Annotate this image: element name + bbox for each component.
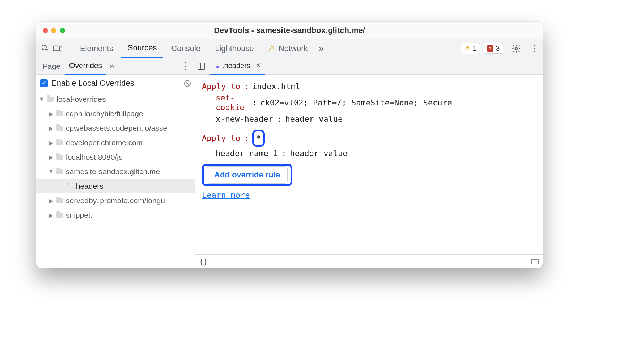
warnings-pill[interactable]: ⚠ 1 xyxy=(461,43,480,54)
pretty-print-icon[interactable]: {} xyxy=(199,257,208,266)
tab-console[interactable]: Console xyxy=(165,39,207,58)
warning-icon: ⚠ xyxy=(464,44,471,53)
file-icon xyxy=(66,183,71,189)
svg-rect-2 xyxy=(60,47,62,51)
add-override-rule-highlight: Add override rule xyxy=(202,164,292,186)
editor-tabs: .headers ✕ xyxy=(195,58,543,75)
folder-icon xyxy=(56,126,63,131)
headers-editor[interactable]: Apply to: index.html set-cookie : ck02=v… xyxy=(195,75,543,254)
devtools-window: DevTools - samesite-sandbox.glitch.me/ E… xyxy=(36,22,543,268)
chevron-right-icon: ▶ xyxy=(48,197,54,204)
folder-icon xyxy=(56,213,63,218)
navigator-tabs: Page Overrides » ⋮ xyxy=(36,58,195,75)
window-title: DevTools - samesite-sandbox.glitch.me/ xyxy=(36,26,543,35)
chevron-right-icon: ▶ xyxy=(48,154,54,161)
chevron-right-icon: ▶ xyxy=(48,212,54,219)
content-area: Page Overrides » ⋮ ✓ Enable Local Overri… xyxy=(36,58,543,268)
close-tab-icon[interactable]: ✕ xyxy=(253,62,261,70)
more-tabs-chevron-icon[interactable]: » xyxy=(316,43,327,54)
file-tab-headers[interactable]: .headers ✕ xyxy=(210,58,265,75)
apply-to-value[interactable]: index.html xyxy=(252,80,300,93)
folder-icon xyxy=(47,97,54,102)
tab-network[interactable]: ⚠ Network xyxy=(262,39,314,58)
tree-item[interactable]: ▶localhost:8080/js xyxy=(36,150,195,164)
header-name[interactable]: set-cookie xyxy=(216,93,248,112)
apply-to-input-highlighted[interactable]: * xyxy=(252,130,265,147)
tree-file-headers[interactable]: .headers xyxy=(36,179,195,193)
nav-more-chevron-icon[interactable]: » xyxy=(106,60,117,72)
folder-icon xyxy=(56,140,63,145)
chevron-right-icon: ▶ xyxy=(48,139,54,146)
enable-local-overrides-checkbox[interactable]: ✓ xyxy=(40,79,48,87)
header-value[interactable]: header value xyxy=(290,147,347,160)
chevron-right-icon: ▶ xyxy=(48,125,54,132)
overrides-tree: ▼ local-overrides ▶cdpn.io/chybie/fullpa… xyxy=(36,92,195,268)
header-value[interactable]: header value xyxy=(285,112,343,126)
tree-item[interactable]: ▶servedby.ipromote.com/longu xyxy=(36,193,195,208)
apply-to-label: Apply to xyxy=(202,131,240,145)
nav-tab-page[interactable]: Page xyxy=(38,58,65,75)
device-toolbar-icon[interactable] xyxy=(52,43,63,54)
svg-point-3 xyxy=(515,47,518,50)
chevron-right-icon: ▶ xyxy=(48,110,54,117)
apply-to-label: Apply to xyxy=(202,80,240,93)
tree-item[interactable]: ▶cpwebassets.codepen.io/asse xyxy=(36,121,195,135)
enable-local-overrides-row: ✓ Enable Local Overrides xyxy=(36,75,195,92)
warnings-count: 1 xyxy=(473,44,477,53)
tab-lighthouse[interactable]: Lighthouse xyxy=(208,39,260,58)
error-icon: ✕ xyxy=(487,45,493,52)
nav-more-menu-icon[interactable]: ⋮ xyxy=(178,60,193,72)
errors-count: 3 xyxy=(496,44,500,53)
folder-icon xyxy=(56,169,63,174)
header-name[interactable]: header-name-1 xyxy=(216,147,278,160)
folder-icon xyxy=(56,198,63,203)
editor-footer: {} xyxy=(195,254,543,268)
clear-overrides-icon[interactable] xyxy=(183,79,191,87)
header-name[interactable]: x-new-header xyxy=(216,112,273,126)
tree-item[interactable]: ▶developer.chrome.com xyxy=(36,135,195,150)
tree-item[interactable]: ▶cdpn.io/chybie/fullpage xyxy=(36,106,195,121)
add-override-rule-button[interactable]: Add override rule xyxy=(207,166,288,184)
navigator-pane: Page Overrides » ⋮ ✓ Enable Local Overri… xyxy=(36,58,195,268)
editor-pane: .headers ✕ Apply to: index.html set-cook… xyxy=(195,58,543,268)
enable-local-overrides-label: Enable Local Overrides xyxy=(51,79,134,88)
chevron-down-icon: ▼ xyxy=(39,96,44,103)
toggle-navigator-icon[interactable] xyxy=(198,63,205,70)
folder-icon xyxy=(56,111,63,116)
tree-item[interactable]: ▶snippet: xyxy=(36,208,195,222)
nav-tab-overrides[interactable]: Overrides xyxy=(65,58,106,75)
header-value[interactable]: ck02=vl02; Path=/; SameSite=None; Secure xyxy=(260,96,452,109)
tab-sources[interactable]: Sources xyxy=(121,39,164,58)
svg-rect-1 xyxy=(53,46,59,50)
chevron-down-icon: ▼ xyxy=(48,168,54,175)
more-menu-icon[interactable]: ⋮ xyxy=(530,43,539,54)
main-toolbar: Elements Sources Console Lighthouse ⚠ Ne… xyxy=(36,39,543,58)
modified-dot-icon xyxy=(216,66,219,68)
folder-icon xyxy=(56,155,63,160)
tree-item-open[interactable]: ▼samesite-sandbox.glitch.me xyxy=(36,164,195,179)
tree-root[interactable]: ▼ local-overrides xyxy=(36,92,195,106)
errors-pill[interactable]: ✕ 3 xyxy=(484,43,503,54)
settings-gear-icon[interactable] xyxy=(512,44,521,53)
tab-elements[interactable]: Elements xyxy=(73,39,120,58)
titlebar: DevTools - samesite-sandbox.glitch.me/ xyxy=(36,22,543,39)
learn-more-link[interactable]: Learn more xyxy=(202,188,250,202)
show-drawer-icon[interactable] xyxy=(531,259,539,264)
warning-icon: ⚠ xyxy=(268,44,276,53)
inspect-element-icon[interactable] xyxy=(40,43,51,54)
